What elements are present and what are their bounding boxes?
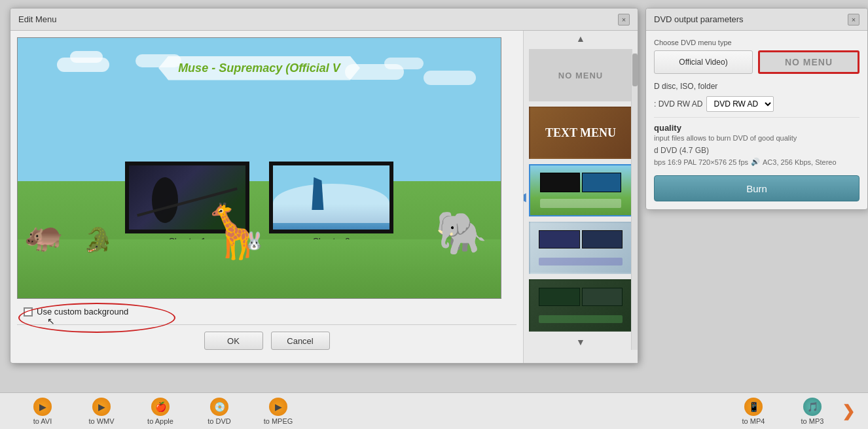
thumb-stripe-frames	[530, 281, 631, 330]
to-mp4-btn[interactable]: 📱 to MP4	[724, 395, 783, 428]
burn-label: Burn	[746, 183, 767, 194]
to-mpeg-label: to MPEG	[264, 417, 293, 425]
elephant-animal: 🐘	[435, 209, 488, 258]
thumb-cartoon-selected[interactable]	[529, 164, 632, 216]
quality-section: quality input files allows to burn DVD o…	[654, 117, 859, 166]
dialog-body: Muse - Supremacy (Official V Chapter 1	[10, 31, 638, 363]
toolbar-nav-arrow[interactable]: ❯	[842, 402, 855, 420]
dvd-tech-info: bps 16:9 PAL 720×576 25 fps 🔊 AC3, 256 K…	[654, 158, 859, 166]
scroll-up-arrow[interactable]: ▲	[524, 31, 638, 46]
mini-nav-bar	[540, 199, 621, 208]
sidebar-scroll-arrow[interactable]: ◀	[523, 190, 526, 204]
custom-background-label: Use custom background	[37, 307, 128, 317]
to-dvd-btn[interactable]: 💿 to DVD	[190, 395, 249, 428]
to-mpeg-btn[interactable]: ▶ to MPEG	[249, 395, 308, 428]
scrollbar-thumb[interactable]	[632, 54, 638, 86]
choose-menu-label: Choose DVD menu type	[654, 39, 859, 46]
chapter-2-item: Chapter 2	[269, 162, 393, 246]
to-mp3-label: to MP3	[801, 417, 824, 425]
scrollbar-track[interactable]	[631, 53, 638, 350]
audio-info-text: AC3, 256 Kbps, Stereo	[763, 158, 837, 166]
to-apple-icon: 🍎	[151, 398, 170, 416]
stripe-nav-bar	[539, 315, 623, 323]
hippo-animal: 🦛	[24, 217, 63, 254]
mini-frame-2	[582, 173, 622, 192]
disc-type-label: : DVD RW AD	[654, 99, 702, 109]
ch2-wave	[273, 184, 389, 223]
custom-background-row: Use custom background ↖	[17, 299, 516, 324]
dark-mini-1	[539, 230, 579, 249]
dvd-body: Choose DVD menu type Official Video) NO …	[646, 31, 867, 209]
stripe-mini-2	[582, 288, 623, 306]
to-mp3-btn[interactable]: 🎵 to MP3	[783, 395, 842, 428]
to-apple-label: to Apple	[147, 417, 173, 425]
thumb-text-menu-label: TEXT MENU	[545, 126, 616, 140]
dvd-panel-title: DVD output parameters	[654, 14, 744, 24]
banner-ribbon: Muse - Supremacy (Official V	[158, 56, 360, 80]
tech-info-text: bps 16:9 PAL 720×576 25 fps	[654, 158, 748, 166]
cursor-pointer: ↖	[47, 316, 55, 326]
to-wmv-icon: ▶	[92, 398, 111, 416]
cancel-button[interactable]: Cancel	[271, 332, 330, 350]
rabbit-animal: 🐰	[244, 231, 264, 251]
dvd-titlebar: DVD output parameters ×	[646, 9, 867, 31]
frog-animal: 🐊	[83, 226, 113, 254]
menu-preview: Muse - Supremacy (Official V Chapter 1	[17, 37, 501, 299]
edit-menu-dialog: Edit Menu × Muse - Supremacy (Official V	[10, 8, 638, 364]
disc-type-select[interactable]: DVD RW AD	[706, 96, 774, 112]
dvd-size-info: d DVD (4.7 GB)	[654, 146, 859, 155]
to-wmv-label: to WMV	[88, 417, 114, 425]
dark-nav-bar	[539, 258, 623, 266]
to-avi-label: to AVI	[33, 417, 52, 425]
menu-type-row: Official Video) NO MENU	[654, 50, 859, 74]
official-video-label: Official Video)	[679, 58, 727, 67]
thumb-text-menu[interactable]: TEXT MENU	[529, 107, 632, 159]
disc-type-row: : DVD RW AD DVD RW AD	[654, 96, 859, 112]
custom-background-checkbox[interactable]	[24, 307, 33, 317]
burn-button[interactable]: Burn	[654, 175, 859, 201]
quality-desc: input files allows to burn DVD of good q…	[654, 134, 859, 142]
audio-icon: 🔊	[751, 158, 760, 166]
quality-label: quality	[654, 123, 859, 133]
to-mp4-label: to MP4	[742, 417, 765, 425]
thumb-dark[interactable]	[529, 222, 632, 274]
thumb-sidebar: ◀ ▲ NO MENU TEXT MENU	[523, 31, 638, 363]
preview-area: Muse - Supremacy (Official V Chapter 1	[10, 31, 523, 363]
to-dvd-label: to DVD	[208, 417, 230, 425]
dark-mini-2	[582, 230, 623, 249]
to-apple-btn[interactable]: 🍎 to Apple	[131, 395, 190, 428]
dvd-panel: DVD output parameters × Choose DVD menu …	[645, 8, 868, 210]
ok-button[interactable]: OK	[204, 332, 263, 350]
ch1-body	[142, 171, 188, 230]
dvd-close-button[interactable]: ×	[848, 14, 859, 26]
chapter-2-thumb[interactable]	[269, 162, 393, 233]
to-avi-btn[interactable]: ▶ to AVI	[13, 395, 72, 428]
preview-title: Muse - Supremacy (Official V	[178, 61, 340, 75]
to-dvd-icon: 💿	[210, 398, 228, 416]
dialog-buttons: OK Cancel	[17, 324, 516, 356]
to-avi-icon: ▶	[33, 398, 52, 416]
to-mp3-icon: 🎵	[803, 398, 822, 416]
to-mp4-icon: 📱	[744, 398, 763, 416]
to-mpeg-icon: ▶	[269, 398, 287, 416]
dialog-close-button[interactable]: ×	[618, 14, 630, 26]
no-menu-label: NO MENU	[785, 57, 833, 67]
disc-label: D disc, ISO, folder	[654, 82, 717, 91]
no-menu-btn[interactable]: NO MENU	[758, 50, 859, 74]
thumb-cartoon-frames	[533, 168, 628, 213]
dialog-title: Edit Menu	[18, 14, 57, 24]
scroll-down-arrow[interactable]: ▼	[524, 334, 638, 350]
title-banner: Muse - Supremacy (Official V	[122, 48, 397, 88]
bottom-toolbar: ▶ to AVI ▶ to WMV 🍎 to Apple 💿 to DVD ▶ …	[0, 392, 868, 429]
mini-frame-1	[540, 173, 580, 192]
thumb-no-menu-label: NO MENU	[558, 71, 603, 80]
cloud-4	[424, 71, 476, 85]
cloud-1b	[70, 51, 103, 63]
thumb-stripe[interactable]	[529, 279, 632, 332]
thumb-dark-frames	[530, 223, 631, 273]
disc-row: D disc, ISO, folder	[654, 82, 859, 91]
official-video-btn[interactable]: Official Video)	[654, 50, 753, 74]
stripe-mini-1	[539, 288, 579, 306]
thumb-no-menu[interactable]: NO MENU	[529, 49, 632, 101]
to-wmv-btn[interactable]: ▶ to WMV	[72, 395, 131, 428]
